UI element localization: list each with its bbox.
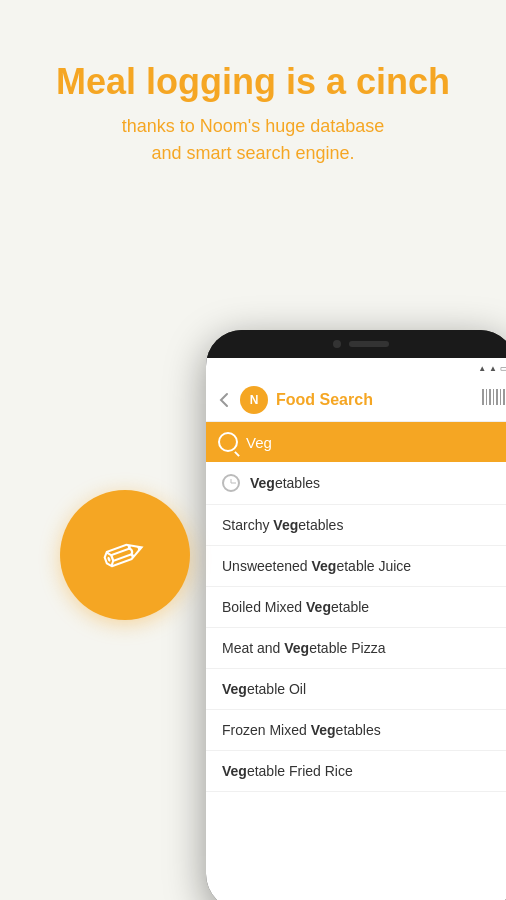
status-wifi: ▲ — [478, 364, 486, 373]
search-input[interactable]: Veg — [246, 434, 272, 451]
result-text: Starchy Vegetables — [222, 517, 343, 533]
list-item[interactable]: Vegetables — [206, 462, 506, 505]
hero-section: Meal logging is a cinch thanks to Noom's… — [0, 0, 506, 197]
result-text: Frozen Mixed Vegetables — [222, 722, 381, 738]
svg-rect-3 — [493, 389, 494, 405]
phone-frame: ▲ ▲ ▭ N Food Search — [206, 330, 506, 900]
result-text: Vegetable Oil — [222, 681, 306, 697]
list-item[interactable]: Unsweetened Vegetable Juice — [206, 546, 506, 587]
search-bar[interactable]: Veg — [206, 422, 506, 462]
phone-screen: N Food Search — [206, 378, 506, 900]
status-bar: ▲ ▲ ▭ — [206, 358, 506, 378]
list-item[interactable]: Boiled Mixed Vegetable — [206, 587, 506, 628]
svg-rect-2 — [489, 389, 491, 405]
search-icon — [218, 432, 238, 452]
phone-speaker — [349, 341, 389, 347]
svg-rect-4 — [496, 389, 498, 405]
hero-title: Meal logging is a cinch — [40, 60, 466, 103]
back-button[interactable] — [216, 392, 232, 408]
status-signal: ▲ — [489, 364, 497, 373]
result-text: Unsweetened Vegetable Juice — [222, 558, 411, 574]
result-text: Boiled Mixed Vegetable — [222, 599, 369, 615]
header-title: Food Search — [276, 391, 482, 409]
list-item[interactable]: Starchy Vegetables — [206, 505, 506, 546]
status-icons: ▲ ▲ ▭ — [478, 364, 506, 373]
list-item[interactable]: Vegetable Fried Rice — [206, 751, 506, 792]
svg-rect-1 — [486, 389, 487, 405]
hero-subtitle: thanks to Noom's huge databaseand smart … — [40, 113, 466, 167]
list-item[interactable]: Meat and Vegetable Pizza — [206, 628, 506, 669]
result-text: Vegetables — [250, 475, 320, 491]
pencil-circle: ✏ — [60, 490, 190, 620]
pencil-icon: ✏ — [94, 519, 156, 590]
list-item[interactable]: Frozen Mixed Vegetables — [206, 710, 506, 751]
svg-rect-6 — [503, 389, 505, 405]
result-text: Meat and Vegetable Pizza — [222, 640, 385, 656]
barcode-icon[interactable] — [482, 389, 506, 410]
noom-icon: N — [250, 393, 259, 407]
app-logo: N — [240, 386, 268, 414]
svg-rect-5 — [500, 389, 501, 405]
svg-rect-0 — [482, 389, 484, 405]
clock-icon — [222, 474, 240, 492]
result-text: Vegetable Fried Rice — [222, 763, 353, 779]
results-list: Vegetables Starchy Vegetables Unsweetene… — [206, 462, 506, 792]
status-battery: ▭ — [500, 364, 506, 373]
list-item[interactable]: Vegetable Oil — [206, 669, 506, 710]
phone-top-bar — [206, 330, 506, 358]
phone-area: ▲ ▲ ▭ N Food Search — [186, 310, 506, 900]
app-header: N Food Search — [206, 378, 506, 422]
phone-camera — [333, 340, 341, 348]
